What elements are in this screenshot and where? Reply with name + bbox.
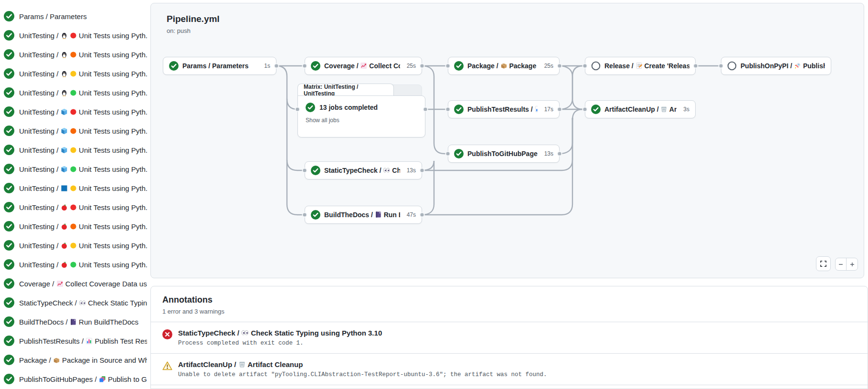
- sidebar-job-item[interactable]: Params / Parameters: [0, 7, 149, 26]
- zoom-out-button[interactable]: [836, 258, 847, 270]
- sidebar-job-item[interactable]: UnitTesting / Unit Tests using Pyth...: [0, 255, 149, 274]
- cube-icon: [61, 166, 68, 173]
- graph-node-buildthedocs[interactable]: BuildTheDocs / Run Buil...47s: [305, 206, 422, 224]
- sidebar-job-item[interactable]: UnitTesting / Unit Tests using Pyth...: [0, 198, 149, 217]
- cube-icon: [61, 147, 68, 154]
- annotations-panel: Annotations 1 error and 3 warnings Stati…: [150, 286, 868, 389]
- warning-triangle-icon: [162, 361, 172, 371]
- sidebar-job-item[interactable]: UnitTesting / Unit Tests using Pyth...: [0, 179, 149, 198]
- zoom-controls: [835, 258, 858, 271]
- eyes-icon: [241, 329, 249, 336]
- sidebar-job-item[interactable]: UnitTesting / Unit Tests using Pyth...: [0, 64, 149, 83]
- sidebar-job-label: UnitTesting / Unit Tests using Pyth...: [19, 165, 147, 173]
- dot-green-icon: [70, 261, 77, 268]
- graph-node-duration: 25s: [404, 63, 416, 69]
- graph-node-publishtestresults[interactable]: PublishTestResults / Pu...17s: [448, 100, 560, 118]
- annotation-row-error: StaticTypeCheck / Check Static Typing us…: [151, 322, 868, 354]
- graph-node-artifactcleanup[interactable]: ArtifactCleanUp / Artifac...3s: [585, 100, 696, 118]
- sidebar-job-label: UnitTesting / Unit Tests using Pyth...: [19, 184, 147, 192]
- zoom-in-button[interactable]: [847, 258, 857, 270]
- eyes-icon: [383, 167, 390, 174]
- sidebar-job-item[interactable]: Package / Package in Source and Wh...: [0, 350, 149, 369]
- dot-yellow-icon: [70, 70, 77, 77]
- cube-icon: [61, 108, 68, 116]
- check-circle: [4, 202, 14, 212]
- graph-node-label: StaticTypeCheck / Chec...: [324, 167, 400, 174]
- sidebar-job-item[interactable]: StaticTypeCheck / Check Static Typing...: [0, 293, 149, 312]
- apple-icon: [61, 223, 68, 230]
- sidebar-job-item[interactable]: UnitTesting / Unit Tests using Pyth...: [0, 121, 149, 140]
- dot-yellow-icon: [70, 147, 77, 154]
- graph-node-coverage[interactable]: Coverage / Collect Cove...25s: [305, 57, 422, 75]
- pipeline-title: Pipeline.yml: [167, 14, 220, 24]
- graph-node-label: Package / Package in So...: [467, 62, 538, 70]
- graph-node-duration: 25s: [541, 63, 553, 69]
- cube-icon: [61, 127, 68, 135]
- check-circle: [4, 355, 14, 365]
- graph-node-duration: 13s: [541, 150, 553, 157]
- sidebar-job-item[interactable]: UnitTesting / Unit Tests using Pyth...: [0, 45, 149, 64]
- check-circle: [591, 105, 601, 114]
- graph-node-release[interactable]: Release / Create 'Release P...: [585, 57, 696, 75]
- sidebar-job-label: UnitTesting / Unit Tests using Pyth...: [19, 127, 147, 135]
- matrix-card: 13 jobs completed Show all jobs: [297, 95, 425, 137]
- sidebar-job-label: Coverage / Collect Coverage Data usi...: [19, 280, 147, 288]
- annotation-message: Process completed with exit code 1.: [178, 340, 382, 347]
- sidebar-job-label: UnitTesting / Unit Tests using Pyth...: [19, 222, 147, 231]
- sidebar-job-item[interactable]: UnitTesting / Unit Tests using Pyth...: [0, 83, 149, 102]
- dot-green-icon: [70, 89, 77, 96]
- check-circle: [4, 259, 14, 270]
- fullscreen-button[interactable]: [816, 256, 831, 271]
- sidebar-job-item[interactable]: UnitTesting / Unit Tests using Pyth...: [0, 26, 149, 45]
- sidebar-job-label: PublishTestResults / Publish Test Resu..…: [19, 337, 147, 345]
- sidebar-job-label: UnitTesting / Unit Tests using Pyth...: [19, 70, 147, 78]
- check-circle: [454, 105, 464, 114]
- graph-node-label: BuildTheDocs / Run Buil...: [324, 211, 400, 219]
- show-all-jobs-link[interactable]: Show all jobs: [306, 117, 417, 124]
- sidebar-job-item[interactable]: PublishToGitHubPages / Publish to G...: [0, 369, 149, 389]
- sidebar-job-item[interactable]: UnitTesting / Unit Tests using Pyth...: [0, 217, 149, 236]
- graph-node-publishonpypi[interactable]: PublishOnPyPI / Publish to ...: [721, 57, 831, 75]
- check-circle: [4, 11, 14, 21]
- annotations-summary: 1 error and 3 warnings: [162, 308, 856, 315]
- sidebar-job-item[interactable]: UnitTesting / Unit Tests using Pyth...: [0, 159, 149, 179]
- sidebar-job-item[interactable]: BuildTheDocs / Run BuildTheDocs: [0, 312, 149, 331]
- check-circle: [311, 166, 320, 175]
- penguin-icon: [61, 89, 68, 96]
- sidebar-job-item[interactable]: UnitTesting / Unit Tests using Pyth...: [0, 236, 149, 255]
- graph-node-publishtogithubpages[interactable]: PublishToGitHubPages / ...13s: [448, 145, 560, 163]
- check-circle: [4, 278, 14, 289]
- sidebar-job-label: PublishToGitHubPages / Publish to G...: [19, 375, 147, 383]
- bar-chart-icon: [85, 337, 93, 345]
- dot-red-icon: [70, 32, 77, 39]
- annotation-title[interactable]: ArtifactCleanUp / Artifact Cleanup: [178, 360, 547, 368]
- error-x-icon: [162, 329, 172, 339]
- dot-green-icon: [70, 166, 77, 173]
- dot-red-icon: [70, 204, 77, 211]
- dot-orange-icon: [70, 127, 77, 135]
- apple-icon: [61, 261, 68, 268]
- sidebar-job-label: UnitTesting / Unit Tests using Pyth...: [19, 89, 147, 97]
- graph-node-label: Coverage / Collect Cove...: [324, 62, 400, 70]
- check-circle: [4, 336, 14, 346]
- graph-node-duration: 47s: [404, 211, 416, 218]
- dot-orange-icon: [70, 51, 77, 58]
- apple-icon: [61, 204, 68, 211]
- sidebar-job-item[interactable]: UnitTesting / Unit Tests using Pyth...: [0, 102, 149, 121]
- check-circle: [4, 297, 14, 308]
- graph-node-statictypecheck[interactable]: StaticTypeCheck / Chec...13s: [305, 161, 422, 179]
- annotation-title[interactable]: StaticTypeCheck / Check Static Typing us…: [178, 329, 382, 337]
- check-circle: [169, 61, 179, 71]
- bar-chart-icon: [535, 105, 538, 113]
- sidebar-job-item[interactable]: Coverage / Collect Coverage Data usi...: [0, 274, 149, 293]
- graph-node-package[interactable]: Package / Package in So...25s: [448, 57, 560, 75]
- workflow-run-page: Params / ParametersUnitTesting / Unit Te…: [0, 0, 868, 389]
- wastebasket-icon: [238, 360, 246, 368]
- graph-node-params[interactable]: Params / Parameters1s: [163, 57, 276, 75]
- sidebar-job-item[interactable]: PublishTestResults / Publish Test Resu..…: [0, 331, 149, 350]
- wastebasket-icon: [660, 105, 667, 113]
- chart-increasing-icon: [360, 62, 367, 69]
- check-circle: [4, 106, 14, 117]
- sidebar-job-label: StaticTypeCheck / Check Static Typing...: [19, 299, 147, 307]
- sidebar-job-item[interactable]: UnitTesting / Unit Tests using Pyth...: [0, 140, 149, 159]
